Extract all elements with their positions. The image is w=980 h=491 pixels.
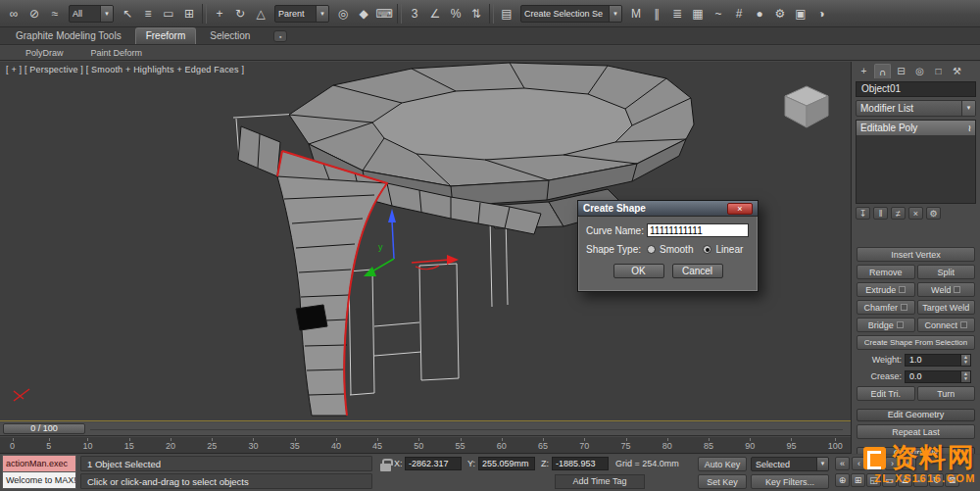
select-and-scale-icon[interactable]: △ [251, 4, 270, 24]
z-coord-field[interactable]: -1885.953 [552, 457, 609, 470]
utilities-tab-icon[interactable]: ⚒ [949, 64, 965, 78]
viewcube[interactable] [776, 75, 837, 132]
time-slider-track[interactable]: 0 / 100 [0, 422, 851, 436]
curve-editor-icon[interactable]: ~ [709, 4, 728, 24]
auto-key-button[interactable]: Auto Key [698, 457, 747, 471]
radio-linear[interactable]: Linear [703, 244, 743, 255]
select-and-move-icon[interactable]: + [210, 4, 229, 24]
window-crossing-toggle-icon[interactable]: ⊞ [179, 4, 199, 24]
x-coord-field[interactable]: -2862.317 [405, 457, 462, 470]
align-icon[interactable]: ∥ [647, 4, 666, 24]
weight-input[interactable]: 1.0 ▲▼ [905, 354, 971, 367]
rectangular-selection-region-icon[interactable]: ▭ [159, 4, 178, 24]
dialog-titlebar[interactable]: Create Shape × [578, 201, 758, 217]
edit-named-selection-sets-icon[interactable]: ▤ [497, 4, 516, 24]
spinner-arrows-icon[interactable]: ▲▼ [960, 355, 970, 366]
spinner-arrows-icon[interactable]: ▲▼ [960, 371, 970, 382]
select-by-name-icon[interactable]: ≡ [138, 4, 158, 24]
previous-frame-icon[interactable]: ‹ [852, 457, 866, 470]
key-mode-dropdown[interactable]: Selected ▼ [751, 457, 829, 471]
use-pivot-point-center-icon[interactable]: ◎ [333, 4, 353, 24]
close-icon[interactable]: × [727, 203, 753, 215]
bind-to-space-warp-icon[interactable]: ≈ [45, 4, 65, 24]
pin-stack-icon[interactable]: ↧ [856, 207, 870, 220]
unlink-selection-icon[interactable]: ⊘ [24, 4, 44, 24]
select-and-rotate-icon[interactable]: ↻ [230, 4, 250, 24]
target-weld-button[interactable]: Target Weld [917, 300, 976, 315]
show-end-result-icon[interactable]: ‖ [873, 207, 888, 220]
bridge-settings-icon[interactable] [897, 321, 904, 328]
connect-settings-icon[interactable] [960, 321, 967, 328]
panel-polydraw[interactable]: PolyDraw [25, 48, 64, 58]
display-tab-icon[interactable]: □ [930, 64, 947, 78]
go-to-end-icon[interactable]: » [902, 457, 916, 470]
radio-smooth[interactable]: Smooth [647, 244, 693, 255]
chevron-down-icon[interactable]: ▼ [816, 458, 828, 470]
angle-snap-icon[interactable]: ∠ [425, 4, 445, 24]
modifier-stack[interactable]: Editable Poly ≀ [856, 120, 976, 204]
ok-button[interactable]: OK [613, 264, 664, 278]
split-button[interactable]: Split [917, 265, 976, 279]
graphite-ribbon-toggle-icon[interactable]: ▦ [688, 4, 708, 24]
material-editor-icon[interactable]: ● [750, 4, 769, 24]
set-key-button[interactable]: Set Key [698, 474, 747, 489]
turn-button[interactable]: Turn [917, 386, 976, 401]
zoom-all-icon[interactable]: ⊞ [851, 473, 865, 487]
play-animation-icon[interactable]: ▶ [868, 457, 883, 470]
chevron-down-icon[interactable]: ▼ [961, 101, 975, 116]
chamfer-button[interactable]: Chamfer [857, 300, 915, 315]
schematic-view-icon[interactable]: # [729, 4, 749, 24]
extrude-settings-icon[interactable] [899, 286, 906, 293]
create-tab-icon[interactable]: + [856, 64, 872, 78]
make-unique-icon[interactable]: ≠ [891, 207, 906, 220]
track-bar[interactable]: 0510152025303540455055606570758085909510… [0, 437, 851, 454]
zoom-extents-icon[interactable]: ◱ [866, 473, 881, 487]
rollout-constraints[interactable]: Constraints [857, 447, 975, 454]
spinner-snap-icon[interactable]: ⇅ [466, 4, 486, 24]
tab-freeform[interactable]: Freeform [135, 27, 197, 44]
cancel-button[interactable]: Cancel [672, 264, 723, 278]
y-coord-field[interactable]: 255.059mm [478, 457, 535, 470]
modifier-list-dropdown[interactable]: Modifier List ▼ [856, 100, 976, 117]
extrude-button[interactable]: Extrude [857, 282, 915, 297]
bridge-button[interactable]: Bridge [857, 318, 915, 332]
zoom-region-icon[interactable]: ▭ [882, 473, 897, 487]
tab-selection[interactable]: Selection [200, 28, 260, 44]
hierarchy-tab-icon[interactable]: ⊟ [893, 64, 909, 78]
reference-coordinate-system-dropdown[interactable]: Parent▼ [274, 5, 329, 23]
maximize-viewport-toggle-icon[interactable]: ⊠ [945, 473, 959, 487]
percent-snap-icon[interactable]: % [446, 4, 466, 24]
stack-item-state-icon[interactable]: ≀ [968, 123, 971, 133]
render-production-icon[interactable]: ◑ [811, 4, 831, 24]
mirror-icon[interactable]: M [626, 4, 646, 24]
dropdown-arrow-icon[interactable]: ▼ [609, 6, 621, 22]
selection-filter-dropdown[interactable]: All▼ [69, 5, 114, 23]
field-of-view-icon[interactable]: ∠ [898, 473, 912, 487]
next-frame-icon[interactable]: › [885, 457, 900, 470]
viewport-label[interactable]: [ + ] [ Perspective ] [ Smooth + Highlig… [6, 65, 244, 74]
weld-button[interactable]: Weld [917, 282, 976, 297]
remove-modifier-icon[interactable]: × [908, 207, 923, 220]
pan-view-icon[interactable]: ⇔ [913, 473, 928, 487]
tab-graphite-modeling-tools[interactable]: Graphite Modeling Tools [6, 28, 131, 44]
ribbon-minimize-icon[interactable]: ▪ [273, 30, 287, 42]
selection-lock-icon[interactable] [380, 464, 391, 471]
snap-toggle-3d-icon[interactable]: 3 [405, 4, 424, 24]
crease-input[interactable]: 0.0 ▲▼ [905, 370, 971, 383]
configure-modifier-sets-icon[interactable]: ⚙ [926, 207, 941, 220]
radio-linear-circle-icon[interactable] [703, 245, 711, 254]
edit-tri-button[interactable]: Edit Tri. [857, 386, 915, 401]
stack-item-editable-poly[interactable]: Editable Poly ≀ [857, 121, 975, 135]
insert-vertex-button[interactable]: Insert Vertex [857, 247, 975, 262]
transform-gizmo[interactable]: y [364, 209, 459, 276]
listener-output-line[interactable]: Welcome to MAX! [2, 472, 76, 489]
orbit-viewport-icon[interactable]: ↻ [929, 473, 944, 487]
render-setup-icon[interactable]: ⚙ [770, 4, 790, 24]
select-and-manipulate-icon[interactable]: ◆ [354, 4, 373, 24]
chamfer-settings-icon[interactable] [901, 304, 907, 311]
keyboard-shortcut-override-icon[interactable]: ⌨ [374, 4, 394, 24]
dropdown-arrow-icon[interactable]: ▼ [316, 6, 328, 22]
panel-paint-deform[interactable]: Paint Deform [91, 48, 143, 58]
select-object-icon[interactable]: ↖ [118, 4, 137, 24]
motion-tab-icon[interactable]: ◎ [911, 64, 928, 78]
